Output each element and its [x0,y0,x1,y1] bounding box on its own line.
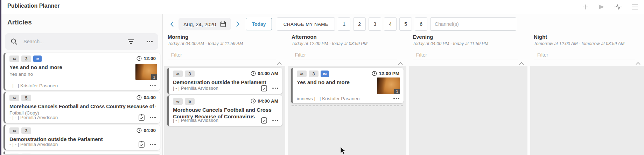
card-more-icon[interactable] [150,85,156,87]
clock-icon [136,56,142,61]
plus-icon[interactable] [582,3,589,10]
article-card[interactable]: ∞ 3 04:00 Demonstration outside the Parl… [4,125,160,150]
number-button-1[interactable]: 1 [338,17,350,31]
page-title: Publication Planner [7,3,59,9]
dayparts-board: Morning Today at 04:00 AM - today at 11:… [164,32,644,155]
card-more-icon[interactable] [150,117,156,118]
card-more-icon[interactable] [272,88,278,89]
scheduled-time: 04:00 [136,95,156,100]
number-button-3[interactable]: 3 [369,17,381,31]
count-badge: 5 [185,98,195,105]
infinity-badge: ∞ [9,127,19,134]
clock-icon [251,98,256,104]
clock-icon [136,128,142,133]
column-afternoon: Afternoon Today at 12:00 PM - today at 0… [288,32,406,155]
time-label: 12:00 [144,56,156,61]
number-button-5[interactable]: 5 [399,17,412,31]
more-options-icon[interactable] [147,41,153,42]
search-bar [5,33,158,50]
card-footer: - | - | Pernilla Arvidsson [9,141,156,148]
clipboard-icon[interactable] [261,84,267,92]
search-icon [10,38,18,45]
article-title: Morehouse Cancels Football and Cross Cou… [9,103,156,110]
next-day-button[interactable] [234,18,241,30]
image-count-badge: 1 [394,89,400,94]
column-name: Night [534,34,640,40]
article-card-partial[interactable] [4,152,160,154]
planned-card[interactable]: ∞ 3 04:00 AM Demonstration outside the P… [167,68,282,94]
activity-icon[interactable] [614,4,622,10]
today-button[interactable]: Today [246,18,272,30]
column-card-area: ∞ 3 IM 12:00 PM Yes and no and more 1 [288,66,406,155]
collapse-column-icon[interactable] [519,62,524,65]
app-header: Publication Planner [1,0,644,14]
clipboard-icon[interactable] [261,117,267,124]
count-badge: 3 [309,71,318,77]
article-card[interactable]: ∞ 5 04:00 Morehouse Cancels Football and… [4,92,160,123]
change-my-name-button[interactable]: CHANGE MY NAME [277,17,335,31]
menu-icon[interactable] [631,4,638,10]
article-title: Yes and no and more [9,64,121,71]
search-input[interactable] [23,38,128,45]
infinity-badge: ∞ [297,71,307,77]
infinity-badge: ∞ [173,71,183,77]
article-card[interactable]: ∞ 3 IM 12:00 Yes and no and more Yes and… [4,53,160,90]
date-label: Aug, 24, 2020 [183,21,216,27]
count-badge: 3 [21,56,31,62]
column-name: Evening [413,34,524,40]
infinity-badge [9,154,19,154]
scheduled-time: 04:00 [136,128,156,133]
planned-card[interactable]: ∞ 3 IM 12:00 PM Yes and no and more 1 [291,68,404,103]
count-badge: 3 [21,127,31,134]
send-icon[interactable] [598,3,605,10]
channel-badge: IM [321,71,329,77]
filter-icon[interactable] [128,39,134,44]
column-time-range: Tomorrow at 12:00 AM - tomorrow at 03:59… [534,41,640,46]
column-header: Night Tomorrow at 12:00 AM - tomorrow at… [530,32,644,66]
column-filter-input[interactable] [292,51,397,59]
clock-icon [136,95,142,100]
time-label: 04:00 AM [258,71,278,76]
clipboard-icon[interactable] [138,141,145,148]
badge-row [9,154,156,154]
date-toolbar: Aug, 24, 2020 Today CHANGE MY NAME 1 2 3… [168,17,516,31]
collapse-column-icon[interactable] [636,62,640,65]
collapse-column-icon[interactable] [277,62,282,65]
count-badge: 5 [21,95,31,101]
column-filter-input[interactable] [168,51,276,59]
card-more-icon[interactable] [393,98,399,99]
column-night: Night Tomorrow at 12:00 AM - tomorrow at… [530,32,644,155]
column-filter-input[interactable] [413,51,518,59]
channel-badge: IM [33,56,42,62]
scheduled-time: 12:00 PM [372,71,399,76]
byline: - | - | Pernilla Arvidsson [9,115,58,120]
scheduled-time: 12:00 [136,56,156,61]
count-badge [21,154,31,154]
byline: | - | Pernilla Arvidsson [173,118,218,123]
infinity-badge: ∞ [9,95,19,101]
sidebar-title: Articles [7,19,32,26]
card-more-icon[interactable] [150,144,156,145]
collapse-column-icon[interactable] [398,62,403,65]
header-icon-group [582,0,638,14]
clipboard-icon[interactable] [138,114,145,121]
column-name: Afternoon [292,34,403,40]
column-time-range: Today at 12:00 PM - today at 03:59 PM [292,41,403,46]
calendar-icon [220,21,226,27]
date-picker[interactable]: Aug, 24, 2020 [178,18,231,30]
scheduled-time: 04:00 AM [251,98,278,104]
scheduled-time: 04:00 AM [251,71,278,76]
channels-input[interactable] [430,17,516,31]
previous-day-button[interactable] [168,18,176,30]
number-button-2[interactable]: 2 [353,17,366,31]
column-filter-input[interactable] [534,51,635,59]
planner-main: Aug, 24, 2020 Today CHANGE MY NAME 1 2 3… [163,14,644,155]
number-button-6[interactable]: 6 [415,17,427,31]
image-count-badge: 1 [151,74,157,80]
number-button-4[interactable]: 4 [384,17,397,31]
article-list: ∞ 3 IM 12:00 Yes and no and more Yes and… [4,53,160,154]
planned-card[interactable]: ∞ 5 04:00 AM Morehouse Cancels Football … [167,95,282,126]
column-card-area [409,66,527,155]
card-more-icon[interactable] [272,120,278,121]
card-footer: | - | Pernilla Arvidsson [173,117,278,124]
